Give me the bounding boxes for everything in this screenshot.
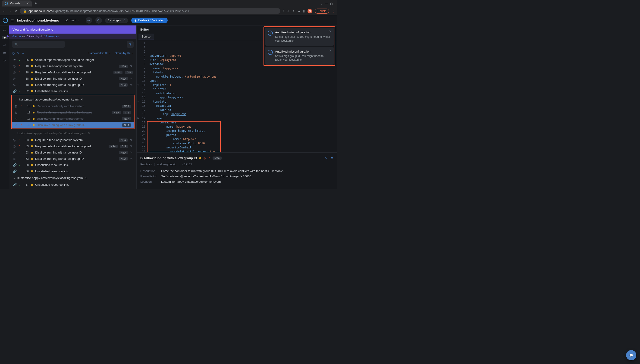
target-icon: ◎ — [13, 70, 16, 74]
graph-view-icon[interactable]: ☉ — [3, 44, 6, 47]
violation-row[interactable]: ◎ ⌃ 18 Disallow running with a low user … — [10, 76, 136, 82]
profile-avatar[interactable]: S — [308, 9, 312, 14]
download-icon[interactable]: ⬇ — [22, 52, 24, 55]
violation-count: 18 — [25, 105, 30, 108]
settings-icon[interactable]: ◇ — [4, 59, 6, 62]
graph-icon[interactable]: ⊶ — [86, 17, 92, 24]
violation-row[interactable]: ◎ ⌃ 18 Require default capabilities to b… — [10, 69, 136, 76]
autofix-icon[interactable]: ✎ — [130, 151, 133, 154]
violation-row[interactable]: ◎ ⌃ 18 Disallow running with a low group… — [12, 122, 134, 128]
violation-row[interactable]: 🔗 ⌄ 17 Unsatisfied resource link. — [10, 182, 136, 188]
chevron-down-icon: ⌄ — [14, 98, 17, 101]
close-tab-icon[interactable]: ✕ — [27, 2, 29, 5]
forward-icon[interactable]: → — [8, 9, 12, 13]
sync-icon[interactable]: ⟳ — [96, 17, 102, 24]
violation-count: 18 — [23, 71, 29, 74]
violation-count: 53 — [23, 138, 29, 142]
app-logo[interactable] — [3, 18, 8, 23]
autofix-icon[interactable]: ✎ — [130, 157, 133, 160]
download-icon[interactable]: ⬇ — [298, 9, 300, 13]
close-icon[interactable]: ✕ — [329, 30, 332, 33]
violation-row[interactable]: ◎ ⌃ 53 Require a read-only root file sys… — [10, 137, 136, 143]
toast-notification: i Autofixed misconfiguration Sets a high… — [265, 47, 334, 65]
panel-banner-sub: 0 errors and 33 warnings in 15 resources — [9, 34, 136, 39]
update-button[interactable]: Update — [315, 8, 329, 14]
breadcrumb-item[interactable]: no-low-group-id — [157, 163, 176, 166]
group-header[interactable]: ⌄ kustomize-happy-cms/overlays/local/dat… — [10, 130, 136, 137]
group-header[interactable]: ⌄ kustomize-happy-cms/base/deployment.ya… — [12, 96, 134, 103]
frameworks-dropdown[interactable]: Frameworks: All ⌄ — [88, 52, 111, 55]
bookmark-icon[interactable]: ☆ — [287, 9, 290, 13]
resource-count: 15 resources — [44, 35, 59, 38]
violation-row[interactable]: ◎ ⌃ 53 Disallow running with a low group… — [10, 156, 136, 162]
chevron-icon: ⌃ — [18, 65, 21, 68]
url-domain: app.monokle.com — [28, 9, 52, 13]
maximize-window-icon[interactable]: ▢ — [330, 2, 333, 5]
framework-badge: NSA — [114, 71, 122, 74]
violation-row[interactable]: ◎ ⌃ 53 Disallow running with a low user … — [10, 149, 136, 156]
wand-icon[interactable]: ✎ — [17, 52, 20, 55]
violation-row[interactable]: ◎ ⌃ 18 Require a read-only root file sys… — [10, 63, 136, 69]
compare-icon[interactable]: ⇄ — [3, 51, 6, 55]
changes-indicator[interactable]: 1 changes ⊘ — [105, 18, 128, 23]
minimize-window-icon[interactable]: — — [325, 2, 328, 5]
file-explorer-icon[interactable]: ▭ — [3, 28, 6, 32]
toast-title: Autofixed misconfiguration — [275, 50, 331, 53]
changes-label: changes — [110, 19, 121, 22]
new-tab-button[interactable]: + — [34, 2, 36, 6]
chevron-icon: ⌃ — [18, 139, 21, 141]
autofix-icon[interactable]: ✎ — [130, 144, 133, 148]
panel-icon[interactable]: ▯ — [303, 9, 305, 13]
address-bar[interactable]: 🔒 app.monokle.com/explore/github/kubesho… — [20, 8, 280, 14]
groupby-dropdown[interactable]: Group by file ⌄ — [115, 52, 134, 55]
violation-row[interactable]: ◎ ⌃ 18 Disallow running with a low group… — [10, 82, 136, 88]
violation-row[interactable]: ◎ ⌃ 18 Require a read-only root file sys… — [12, 103, 134, 109]
edit-icon[interactable]: ✎ — [325, 156, 328, 160]
severity-dot — [31, 72, 33, 74]
breadcrumb-item[interactable]: KBP105 — [182, 163, 192, 166]
autofix-icon[interactable]: ✎ — [130, 83, 133, 86]
gear-icon[interactable]: ⚙ — [331, 156, 334, 160]
hamburger-icon[interactable]: ☰ — [11, 18, 14, 22]
framework-badge: NSA — [112, 111, 121, 114]
remediation-label: Remediation — [140, 174, 161, 178]
chevron-down-icon[interactable]: ⌄ — [320, 2, 322, 5]
violation-row[interactable]: 🔗 ⌄ 28 Unsatisfied resource link. — [10, 162, 136, 168]
breadcrumb-item[interactable]: Practices — [140, 163, 152, 166]
chevron-up-icon[interactable]: ⌃ — [208, 157, 210, 160]
branch-selector[interactable]: ⎇ main ⌄ — [62, 18, 82, 23]
violation-title: Disallow running with a low group ID — [35, 157, 116, 160]
violation-row[interactable]: ◎ ⌃ 18 Require default capabilities to b… — [12, 109, 134, 116]
extensions-icon[interactable]: ✦ — [292, 9, 295, 13]
group-header[interactable]: ⌄ kustomize-happy-cms/overlays/local/ing… — [10, 174, 136, 182]
filter-button[interactable] — [127, 41, 134, 48]
violation-row[interactable]: 🔗 ⌄ 56 Unsatisfied resource link. — [10, 168, 136, 174]
menu-dots-icon[interactable]: ⋮ — [332, 9, 335, 13]
autofix-icon[interactable]: ✎ — [130, 77, 133, 80]
violation-row[interactable]: ◎ ⌃ 53 Require default capabilities to b… — [10, 143, 136, 149]
autofix-icon[interactable]: ✎ — [130, 138, 133, 142]
reload-icon[interactable]: ⟳ — [15, 9, 17, 13]
link-icon: 🔗 — [13, 163, 16, 167]
target-icon[interactable]: ◎ — [12, 52, 14, 55]
target-icon: ◎ — [13, 138, 16, 142]
autofix-icon[interactable]: ✎ — [130, 64, 133, 68]
severity-dot — [31, 65, 33, 67]
violation-row[interactable]: 🔗 ⌄ 32 Unsatisfied resource link. — [10, 88, 136, 94]
editor-tab-source[interactable]: Source — [138, 34, 154, 40]
back-icon[interactable]: ← — [2, 9, 5, 13]
search-input[interactable] — [12, 41, 65, 48]
violation-row[interactable]: 👁 ⌄ 36 Value at /spec/ports/0/port shoul… — [10, 57, 136, 63]
close-icon[interactable]: ✕ — [329, 49, 332, 52]
browser-tab[interactable]: Monokle ✕ — [2, 0, 32, 6]
audit-icon[interactable]: ◉ — [2, 36, 8, 39]
violation-title: Require default capabilities to be dropp… — [37, 111, 110, 114]
tab-favicon — [5, 2, 8, 5]
violation-count: 32 — [23, 90, 29, 93]
severity-dot — [31, 84, 33, 86]
enable-pr-validation-button[interactable]: ◐ Enable PR Validation — [131, 18, 168, 23]
violation-count: 18 — [25, 111, 30, 114]
group-count: 6 — [88, 132, 90, 135]
share-icon[interactable]: ⤴ — [282, 9, 284, 13]
violation-row[interactable]: ◎ ⌃ 18 Disallow running with a low user … — [12, 116, 134, 122]
